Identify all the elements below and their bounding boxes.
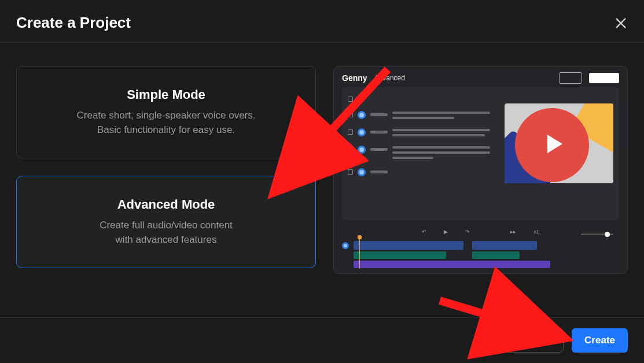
modal-body: Simple Mode Create short, single-speaker…: [0, 43, 644, 317]
simple-mode-desc: Create short, single-speaker voice overs…: [31, 108, 301, 138]
modal-footer: Cancel Create: [0, 317, 644, 363]
advanced-mode-title: Advanced Mode: [31, 197, 301, 212]
timeline-clip: [472, 251, 520, 259]
preview-logo: Genny: [342, 73, 367, 83]
checkbox-icon: [348, 97, 353, 102]
checkbox-icon: [348, 129, 353, 135]
name-placeholder: [370, 148, 388, 151]
preview-column: Genny Advanced: [333, 66, 628, 312]
checkbox-icon: [348, 147, 353, 152]
preview-chip-solid: [589, 73, 619, 83]
next-icon: ▸▸: [510, 229, 516, 235]
name-placeholder: [370, 131, 388, 134]
simple-mode-title: Simple Mode: [31, 87, 301, 102]
preview-transport-controls: ↶ ▶ ↷ ▸▸ x1: [342, 227, 619, 236]
advanced-mode-card[interactable]: Advanced Mode Create full audio/video co…: [16, 176, 316, 268]
text-placeholder: [392, 146, 495, 159]
name-placeholder: [370, 113, 388, 116]
mode-options: Simple Mode Create short, single-speaker…: [16, 66, 316, 312]
skip-back-icon: ↶: [422, 229, 426, 235]
text-placeholder: [392, 112, 495, 119]
close-icon: [614, 17, 627, 29]
preview-mode-label: Advanced: [374, 74, 405, 82]
modal-title: Create a Project: [16, 14, 131, 32]
create-button[interactable]: Create: [572, 328, 628, 353]
preview-rows: [348, 92, 495, 216]
preview-timeline: [342, 240, 619, 269]
avatar-icon: [342, 242, 349, 249]
play-icon: [547, 135, 562, 153]
simple-mode-card[interactable]: Simple Mode Create short, single-speaker…: [16, 66, 316, 158]
close-button[interactable]: [614, 16, 628, 30]
preview-row: [348, 168, 495, 176]
avatar-icon: [358, 111, 366, 119]
checkbox-icon: [348, 169, 353, 175]
playhead-icon: [359, 238, 360, 269]
preview-video-thumbnail: [505, 103, 613, 183]
preview-chip-outline: [559, 72, 582, 84]
advanced-preview: Genny Advanced: [333, 66, 628, 274]
play-icon: ▶: [444, 229, 448, 235]
avatar-icon: [358, 128, 366, 136]
preview-row: [348, 128, 495, 136]
avatar-icon: [358, 168, 366, 176]
preview-script-panel: [342, 87, 619, 220]
speed-label: x1: [533, 229, 539, 235]
timeline-clip: [472, 241, 537, 250]
timeline-clip: [354, 241, 463, 250]
modal-header: Create a Project: [0, 0, 644, 43]
preview-row: [348, 146, 495, 159]
timeline-clip: [354, 251, 446, 259]
create-project-modal: Create a Project Simple Mode Create shor…: [0, 0, 644, 363]
advanced-mode-desc: Create full audio/video content with adv…: [31, 218, 301, 247]
preview-header: Genny Advanced: [342, 72, 619, 84]
timeline-clip: [354, 261, 550, 268]
text-placeholder: [392, 129, 495, 136]
zoom-slider: [581, 234, 613, 235]
checkbox-icon: [348, 112, 353, 117]
cancel-button[interactable]: Cancel: [505, 328, 564, 353]
skip-forward-icon: ↷: [465, 229, 470, 235]
avatar-icon: [358, 146, 366, 154]
name-placeholder: [370, 171, 388, 173]
preview-row: [348, 111, 495, 119]
